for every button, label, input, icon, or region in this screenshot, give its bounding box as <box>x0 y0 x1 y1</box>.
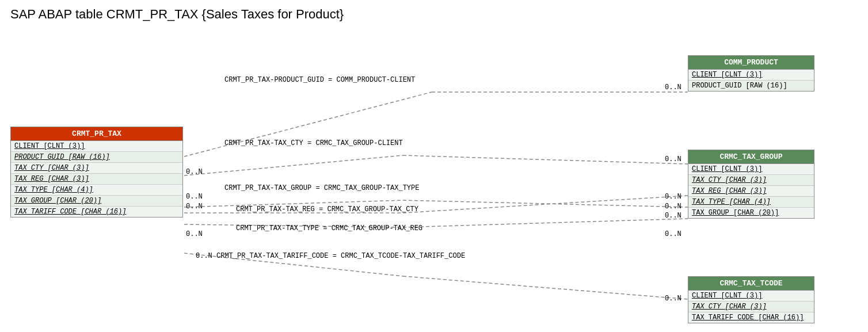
page-title: SAP ABAP table CRMT_PR_TAX {Sales Taxes … <box>0 0 868 29</box>
table-row: PRODUCT_GUID [RAW (16)] <box>688 81 814 91</box>
rel-label-tax-group: CRMT_PR_TAX-TAX_GROUP = CRMC_TAX_GROUP-T… <box>224 184 419 192</box>
table-header-crmc-tax-group: CRMC_TAX_GROUP <box>688 150 814 164</box>
cardinality-tax-group-left1: 0..N <box>186 193 203 201</box>
rel-label-tax-type: CRMT_PR_TAX-TAX_TYPE = CRMC_TAX_GROUP-TA… <box>236 224 422 232</box>
table-row: CLIENT [CLNT (3)] <box>688 291 814 302</box>
table-comm-product: COMM_PRODUCT CLIENT [CLNT (3)] PRODUCT_G… <box>688 55 814 91</box>
cardinality-tax-group-left2: 0..N <box>186 203 203 211</box>
table-row: TAX_REG [CHAR (3)] <box>688 186 814 197</box>
table-row: TAX_TYPE [CHAR (4)] <box>688 197 814 208</box>
cardinality-tax-cty-left: 0..N <box>186 168 203 176</box>
cardinality-tax-type-right: 0..N <box>665 230 682 238</box>
table-row: TAX_TARIFF_CODE [CHAR (16)] <box>11 207 182 217</box>
table-crmt-pr-tax: CRMT_PR_TAX CLIENT [CLNT (3)] PRODUCT_GU… <box>10 127 183 217</box>
table-header-crmt-pr-tax: CRMT_PR_TAX <box>11 127 182 141</box>
rel-label-tax-cty: CRMT_PR_TAX-TAX_CTY = CRMC_TAX_GROUP-CLI… <box>224 139 403 147</box>
table-row: TAX_TARIFF_CODE [CHAR (16)] <box>688 312 814 323</box>
cardinality-tax-cty-right: 0..N <box>665 155 682 163</box>
table-row: TAX_CTY [CHAR (3)] <box>688 302 814 312</box>
table-row: TAX_CTY [CHAR (3)] <box>688 175 814 186</box>
cardinality-tax-tariff-right: 0..N <box>665 295 682 303</box>
cardinality-product-guid-right: 0..N <box>665 83 682 91</box>
table-row: TAX_GROUP [CHAR (20)] <box>11 196 182 207</box>
table-row: TAX_TYPE [CHAR (4)] <box>11 185 182 196</box>
table-crmc-tax-group: CRMC_TAX_GROUP CLIENT [CLNT (3)] TAX_CTY… <box>688 150 814 219</box>
table-crmc-tax-tcode: CRMC_TAX_TCODE CLIENT [CLNT (3)] TAX_CTY… <box>688 276 814 323</box>
svg-line-9 <box>403 219 688 227</box>
table-header-comm-product: COMM_PRODUCT <box>688 56 814 70</box>
svg-line-11 <box>403 276 688 299</box>
table-row: TAX_CTY [CHAR (3)] <box>11 163 182 174</box>
rel-label-tax-tariff: 0..N CRMT_PR_TAX-TAX_TARIFF_CODE = CRMC_… <box>196 252 465 260</box>
table-row: CLIENT [CLNT (3)] <box>688 164 814 175</box>
table-row: PRODUCT_GUID [RAW (16)] <box>11 152 182 163</box>
table-header-crmc-tax-tcode: CRMC_TAX_TCODE <box>688 277 814 291</box>
cardinality-tax-reg-right: 0..N <box>665 212 682 220</box>
rel-label-tax-reg: CRMT_PR_TAX-TAX_REG = CRMC_TAX_GROUP-TAX… <box>236 205 418 213</box>
svg-line-3 <box>403 155 688 164</box>
rel-label-product-guid: CRMT_PR_TAX-PRODUCT_GUID = COMM_PRODUCT-… <box>224 76 415 84</box>
table-row: TAX_REG [CHAR (3)] <box>11 174 182 185</box>
svg-line-2 <box>184 155 403 175</box>
cardinality-tax-group-right2: 0..N <box>665 203 682 211</box>
table-row: TAX_GROUP [CHAR (20)] <box>688 208 814 218</box>
diagram-area: CRMT_PR_TAX CLIENT [CLNT (3)] PRODUCT_GU… <box>0 29 868 332</box>
cardinality-tax-type-left: 0..N <box>186 230 203 238</box>
svg-line-5 <box>403 200 688 207</box>
cardinality-tax-group-right1: 0..N <box>665 193 682 201</box>
table-row: CLIENT [CLNT (3)] <box>688 70 814 81</box>
table-row: CLIENT [CLNT (3)] <box>11 141 182 152</box>
svg-line-7 <box>403 196 688 213</box>
